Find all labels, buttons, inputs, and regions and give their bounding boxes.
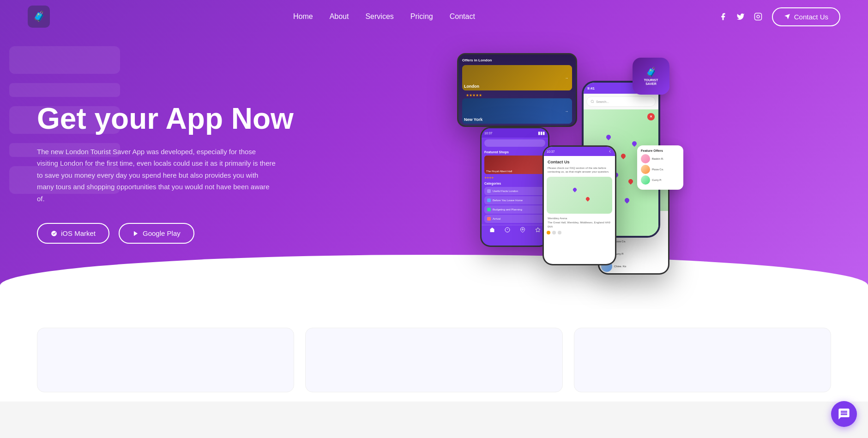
phone-contact: 10:37 Contact Us Please check our FAQ se… — [542, 145, 616, 265]
hero-content: Get your App Now The new London Tourist … — [0, 44, 868, 302]
hero-title: Get your App Now — [37, 102, 295, 135]
svg-rect-0 — [754, 13, 761, 20]
phone-offers: Offers in London London → ★★★★★ New York — [457, 53, 577, 127]
svg-point-4 — [591, 100, 593, 102]
card-3 — [574, 328, 831, 392]
offers-header: Offers in London — [462, 58, 572, 62]
app-icon-float: 🧳 TOURIST SAVER — [633, 58, 669, 95]
card-2 — [305, 328, 562, 392]
logo[interactable]: 🧳 — [28, 6, 50, 28]
svg-marker-3 — [784, 14, 790, 19]
navbar: 🧳 Home About Services Pricing Contact Co… — [0, 0, 868, 33]
feature-offers-card: Feature Offers Baskin R. Pizza Co. Curry… — [637, 145, 683, 190]
london-card: London → — [462, 65, 572, 90]
svg-marker-10 — [536, 228, 540, 232]
phone-shops: 10:37 ▊▊▊ Featured Shops The Royal Alber… — [480, 127, 549, 247]
social-links — [718, 12, 763, 21]
svg-point-9 — [522, 229, 523, 230]
nav-home[interactable]: Home — [293, 12, 313, 20]
svg-line-5 — [593, 102, 594, 103]
new-york-card: New York → — [462, 98, 572, 124]
hero-section: Get your App Now The new London Tourist … — [0, 0, 868, 309]
hero-text-block: Get your App Now The new London Tourist … — [37, 102, 295, 244]
hero-phone-mockups: Offers in London London → ★★★★★ New York — [314, 44, 831, 302]
cards-section — [0, 309, 868, 402]
nav-pricing[interactable]: Pricing — [410, 12, 433, 20]
nav-services[interactable]: Services — [365, 12, 393, 20]
hero-buttons: iOS Market Google Play — [37, 223, 295, 244]
twitter-icon[interactable] — [736, 12, 745, 21]
nav-contact[interactable]: Contact — [450, 12, 475, 20]
contact-us-button[interactable]: Contact Us — [772, 7, 840, 26]
facebook-icon[interactable] — [718, 12, 728, 21]
cat-item-3: Budgeting and Planning — [484, 205, 545, 214]
ios-market-button[interactable]: iOS Market — [37, 223, 109, 244]
cat-item-2: Before You Leave Home — [484, 196, 545, 204]
nav-links: Home About Services Pricing Contact — [293, 12, 475, 21]
nav-right: Contact Us — [718, 7, 840, 26]
cat-item-1: Useful Facts London — [484, 187, 545, 195]
instagram-icon[interactable] — [753, 12, 763, 21]
card-1 — [37, 328, 294, 392]
google-play-button[interactable]: Google Play — [119, 223, 194, 244]
phone-group: Offers in London London → ★★★★★ New York — [476, 53, 669, 293]
nav-about[interactable]: About — [330, 12, 349, 20]
hero-description: The new London Tourist Saver App was dev… — [37, 146, 277, 205]
cat-item-4: Arrival — [484, 215, 545, 223]
logo-icon: 🧳 — [28, 6, 50, 28]
